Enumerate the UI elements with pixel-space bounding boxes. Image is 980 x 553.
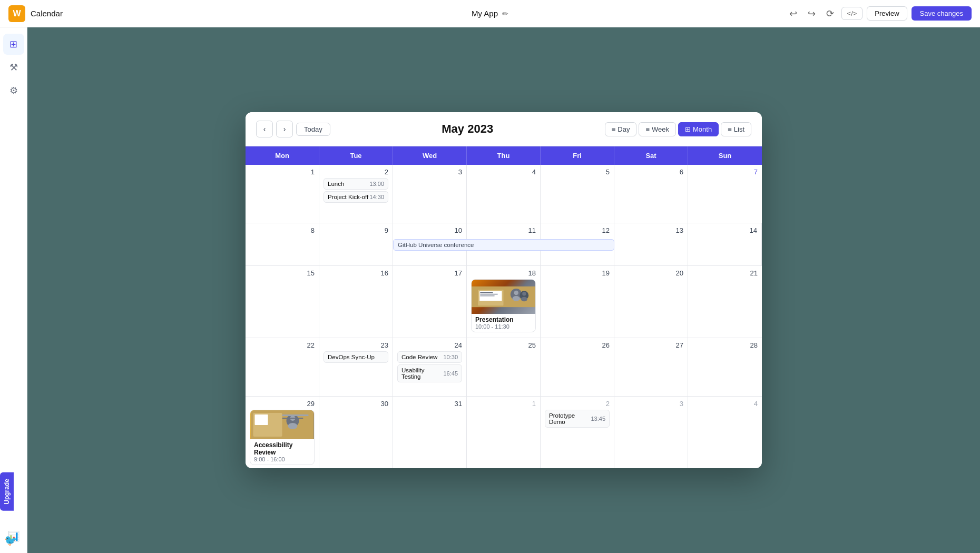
cell-may-4[interactable]: 4 bbox=[467, 165, 541, 223]
cell-may-30[interactable]: 30 bbox=[319, 397, 393, 468]
undo-button[interactable]: ↩ bbox=[786, 6, 800, 22]
accessibility-thumbnail bbox=[250, 410, 314, 439]
event-accessibility-review[interactable]: Accessibility Review 9:00 - 16:00 bbox=[250, 410, 315, 465]
cell-may-18[interactable]: 18 bbox=[467, 266, 541, 338]
svg-rect-3 bbox=[480, 292, 493, 293]
cell-may-13[interactable]: 13 bbox=[614, 223, 688, 265]
svg-rect-5 bbox=[480, 295, 494, 297]
cell-may-5[interactable]: 5 bbox=[541, 165, 614, 223]
header-sat: Sat bbox=[614, 146, 688, 165]
week-view-icon: ≡ bbox=[645, 125, 650, 133]
topbar-center: My App ✏ bbox=[472, 9, 508, 18]
cell-may-23[interactable]: 23 DevOps Sync-Up bbox=[319, 338, 393, 396]
redo-button[interactable]: ↪ bbox=[805, 6, 819, 22]
cell-may-28[interactable]: 28 bbox=[688, 338, 762, 396]
cell-jun-4[interactable]: 4 bbox=[688, 397, 762, 468]
cell-may-22[interactable]: 22 bbox=[246, 338, 319, 396]
svg-point-8 bbox=[512, 296, 520, 301]
sidebar-item-tools[interactable]: ⚒ bbox=[3, 57, 24, 78]
prev-month-button[interactable]: ‹ bbox=[256, 121, 273, 137]
view-week-button[interactable]: ≡ Week bbox=[639, 122, 676, 136]
cell-may-16[interactable]: 16 bbox=[319, 266, 393, 338]
calendar: ‹ › Today May 2023 ≡ Day ≡ Week ⊞ Month bbox=[246, 112, 762, 468]
calendar-grid: Mon Tue Wed Thu Fri Sat Sun 1 2 Lunch 13… bbox=[246, 146, 762, 468]
sidebar-item-dashboard[interactable]: ⊞ bbox=[3, 34, 24, 55]
cell-may-1[interactable]: 1 bbox=[246, 165, 319, 223]
app-name: My App bbox=[472, 9, 498, 18]
topbar: W Calendar My App ✏ ↩ ↪ ⟳ </> Preview Sa… bbox=[0, 0, 980, 27]
cell-may-31[interactable]: 31 bbox=[393, 397, 467, 468]
event-devops-syncup[interactable]: DevOps Sync-Up bbox=[324, 351, 388, 363]
cell-may-24[interactable]: 24 Code Review 10:30 Usability Testing 1… bbox=[393, 338, 467, 396]
cell-may-17[interactable]: 17 bbox=[393, 266, 467, 338]
header-mon: Mon bbox=[246, 146, 319, 165]
week-4: 22 23 DevOps Sync-Up 24 Code Review 10:3… bbox=[246, 338, 762, 397]
week-2: 8 9 10 11 12 13 14 bbox=[246, 223, 762, 266]
cell-may-14[interactable]: 14 bbox=[688, 223, 762, 265]
event-usability-testing[interactable]: Usability Testing 16:45 bbox=[397, 364, 462, 382]
svg-point-10 bbox=[522, 292, 526, 295]
history-button[interactable]: ⟳ bbox=[823, 6, 837, 22]
day-view-icon: ≡ bbox=[612, 125, 616, 133]
topbar-actions: ↩ ↪ ⟳ </> Preview Save changes bbox=[786, 6, 972, 22]
svg-point-17 bbox=[288, 423, 298, 429]
upgrade-button[interactable]: Upgrade bbox=[0, 472, 14, 511]
page-title: Calendar bbox=[31, 9, 63, 18]
event-prototype-demo[interactable]: Prototype Demo 13:45 bbox=[545, 410, 610, 428]
view-day-button[interactable]: ≡ Day bbox=[605, 122, 637, 136]
tools-icon: ⚒ bbox=[9, 62, 18, 73]
cell-may-25[interactable]: 25 bbox=[467, 338, 541, 396]
svg-rect-18 bbox=[282, 414, 309, 416]
cell-may-2[interactable]: 2 Lunch 13:00 Project Kick-off 14:30 bbox=[319, 165, 393, 223]
view-month-button[interactable]: ⊞ Month bbox=[678, 122, 719, 136]
event-lunch[interactable]: Lunch 13:00 bbox=[324, 178, 388, 190]
cell-may-15[interactable]: 15 bbox=[246, 266, 319, 338]
today-button[interactable]: Today bbox=[296, 123, 330, 136]
cell-may-9[interactable]: 9 bbox=[319, 223, 393, 265]
svg-rect-19 bbox=[282, 418, 303, 419]
cell-may-7[interactable]: 7 bbox=[688, 165, 762, 223]
cell-may-29[interactable]: 29 bbox=[246, 397, 319, 468]
event-github-universe[interactable]: GitHub Universe conference bbox=[393, 239, 614, 251]
header-wed: Wed bbox=[393, 146, 467, 165]
cell-may-3[interactable]: 3 bbox=[393, 165, 467, 223]
week-1: 1 2 Lunch 13:00 Project Kick-off 14:30 3 bbox=[246, 165, 762, 223]
cell-jun-1[interactable]: 1 bbox=[467, 397, 541, 468]
cell-may-19[interactable]: 19 bbox=[541, 266, 614, 338]
settings-icon: ⚙ bbox=[9, 85, 18, 96]
cell-jun-2[interactable]: 2 Prototype Demo 13:45 bbox=[541, 397, 614, 468]
calendar-header: Mon Tue Wed Thu Fri Sat Sun bbox=[246, 146, 762, 165]
edit-icon[interactable]: ✏ bbox=[502, 9, 508, 18]
next-month-button[interactable]: › bbox=[276, 121, 293, 137]
week-5: 29 bbox=[246, 397, 762, 468]
cell-may-21[interactable]: 21 bbox=[688, 266, 762, 338]
preview-button[interactable]: Preview bbox=[867, 6, 907, 21]
cell-may-6[interactable]: 6 bbox=[614, 165, 688, 223]
month-title: May 2023 bbox=[442, 122, 493, 136]
event-code-review[interactable]: Code Review 10:30 bbox=[397, 351, 462, 363]
svg-rect-4 bbox=[480, 294, 497, 295]
cell-may-27[interactable]: 27 bbox=[614, 338, 688, 396]
code-button[interactable]: </> bbox=[841, 7, 863, 20]
cell-jun-3[interactable]: 3 bbox=[614, 397, 688, 468]
presentation-thumbnail bbox=[472, 280, 535, 314]
sidebar-item-settings[interactable]: ⚙ bbox=[3, 80, 24, 101]
app-logo: W bbox=[8, 5, 25, 22]
week-3: 15 16 17 18 bbox=[246, 266, 762, 338]
bird-icon: 🐦 bbox=[4, 534, 17, 547]
view-list-button[interactable]: ≡ List bbox=[721, 122, 751, 136]
calendar-nav: ‹ › Today bbox=[256, 121, 330, 137]
event-presentation[interactable]: Presentation 10:00 - 11:30 bbox=[471, 279, 536, 332]
cell-may-26[interactable]: 26 bbox=[541, 338, 614, 396]
cell-may-20[interactable]: 20 bbox=[614, 266, 688, 338]
event-project-kickoff[interactable]: Project Kick-off 14:30 bbox=[324, 191, 388, 203]
header-thu: Thu bbox=[467, 146, 541, 165]
list-view-icon: ≡ bbox=[728, 125, 732, 133]
svg-rect-14 bbox=[255, 414, 268, 425]
svg-point-7 bbox=[514, 291, 518, 295]
view-buttons: ≡ Day ≡ Week ⊞ Month ≡ List bbox=[605, 122, 751, 136]
save-button[interactable]: Save changes bbox=[912, 6, 972, 21]
calendar-toolbar: ‹ › Today May 2023 ≡ Day ≡ Week ⊞ Month bbox=[246, 112, 762, 146]
cell-may-8[interactable]: 8 bbox=[246, 223, 319, 265]
dashboard-icon: ⊞ bbox=[9, 38, 17, 50]
